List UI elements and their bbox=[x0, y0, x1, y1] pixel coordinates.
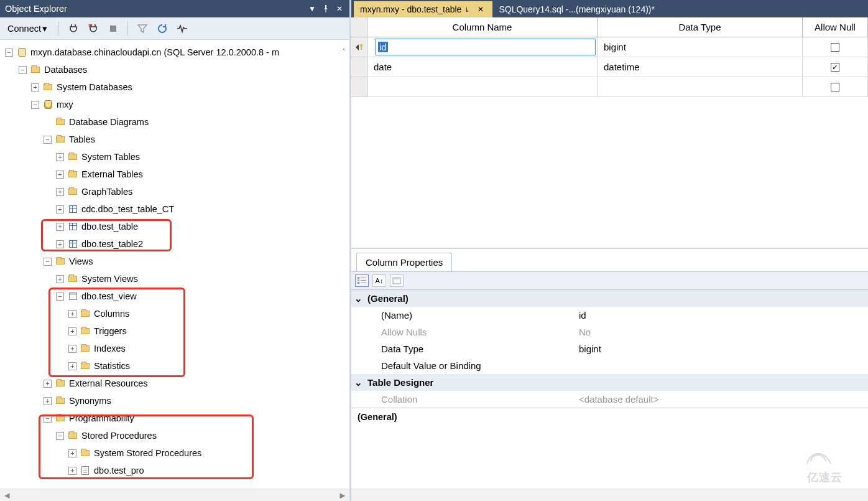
grid-row-empty[interactable] bbox=[351, 77, 868, 97]
grid-header-colname[interactable]: Column Name bbox=[367, 17, 598, 37]
collapse-icon[interactable]: − bbox=[44, 414, 52, 423]
collapse-icon[interactable]: − bbox=[5, 49, 13, 57]
expand-icon[interactable]: + bbox=[56, 275, 64, 283]
scroll-right-icon[interactable]: ► bbox=[338, 490, 347, 500]
collapse-icon[interactable]: − bbox=[56, 293, 64, 301]
close-icon[interactable]: ✕ bbox=[478, 5, 486, 14]
activity-icon[interactable] bbox=[177, 23, 188, 34]
checkbox-unchecked[interactable] bbox=[831, 83, 839, 91]
tree-row[interactable]: + cdc.dbo_test_table_CT bbox=[0, 200, 349, 218]
prop-row[interactable]: Allow NullsNo bbox=[351, 324, 868, 340]
expand-icon[interactable]: + bbox=[68, 449, 76, 457]
expand-icon[interactable]: + bbox=[44, 397, 52, 405]
filter-icon[interactable] bbox=[137, 23, 148, 34]
checkbox-unchecked[interactable] bbox=[831, 43, 839, 52]
tree-row[interactable]: + Columns bbox=[0, 305, 349, 322]
horizontal-scrollbar[interactable]: ◄ ► bbox=[0, 489, 349, 501]
tree-row[interactable]: + System Views bbox=[0, 270, 349, 288]
tree-row[interactable]: + dbo.test_table2 bbox=[0, 235, 349, 253]
prop-row[interactable]: Collation<database default> bbox=[351, 391, 868, 408]
grid-header-datatype[interactable]: Data Type bbox=[598, 17, 803, 37]
expand-icon[interactable]: + bbox=[44, 380, 52, 388]
tree-row[interactable]: − Views bbox=[0, 253, 349, 270]
tree-row[interactable]: − mxy bbox=[0, 96, 349, 113]
grid-row[interactable]: date datetime ✓ bbox=[351, 57, 868, 77]
tree-row[interactable]: + Triggers bbox=[0, 322, 349, 340]
collapse-icon[interactable]: − bbox=[19, 66, 27, 74]
tree-row[interactable]: − Stored Procedures bbox=[0, 427, 349, 444]
expand-icon[interactable]: + bbox=[56, 188, 64, 196]
cell-column-name[interactable]: id bbox=[367, 37, 598, 57]
tree-row[interactable]: + System Tables bbox=[0, 148, 349, 166]
collapse-icon[interactable]: − bbox=[31, 101, 39, 109]
row-indicator[interactable] bbox=[351, 77, 367, 96]
expand-icon[interactable]: + bbox=[68, 345, 76, 353]
expand-icon[interactable]: + bbox=[56, 223, 64, 231]
tree-row[interactable]: + System Databases bbox=[0, 78, 349, 96]
expand-icon[interactable]: + bbox=[56, 171, 64, 179]
prop-row[interactable]: Default Value or Binding bbox=[351, 357, 868, 374]
collapse-icon[interactable]: − bbox=[44, 258, 52, 266]
prop-row[interactable]: (Name)id bbox=[351, 307, 868, 324]
horizontal-scrollbar[interactable] bbox=[351, 489, 868, 501]
expand-icon[interactable]: + bbox=[56, 153, 64, 161]
prop-section[interactable]: ⌄ (General) bbox=[351, 290, 868, 307]
expand-icon[interactable]: + bbox=[68, 467, 76, 475]
chevron-down-icon[interactable]: ⌄ bbox=[351, 293, 365, 304]
collapse-icon[interactable]: − bbox=[56, 432, 64, 440]
tab-inactive[interactable]: SQLQuery14.sql -...(mengxiyuan (124))* bbox=[492, 1, 661, 17]
tree-row[interactable]: − Databases bbox=[0, 61, 349, 78]
column-properties-tab[interactable]: Column Properties bbox=[356, 253, 452, 271]
cell-allow-null[interactable] bbox=[803, 37, 868, 57]
chevron-up-icon[interactable]: ˄ bbox=[338, 48, 346, 57]
cell-data-type[interactable]: bigint bbox=[598, 37, 803, 57]
prop-section[interactable]: ⌄ Table Designer bbox=[351, 374, 868, 391]
tree-row[interactable]: + dbo.test_table bbox=[0, 218, 349, 235]
tree-row[interactable]: + dbo.test_pro bbox=[0, 462, 349, 479]
collapse-icon[interactable]: − bbox=[44, 136, 52, 144]
tree-row[interactable]: − Tables bbox=[0, 131, 349, 148]
checkbox-checked[interactable]: ✓ bbox=[831, 63, 839, 72]
tree-row[interactable]: + External Resources bbox=[0, 375, 349, 392]
tree-row[interactable]: − mxyn.database.chinacloudapi.cn (SQL Se… bbox=[0, 44, 349, 61]
disconnect-icon[interactable] bbox=[88, 23, 99, 34]
tree-row[interactable]: Database Diagrams bbox=[0, 113, 349, 131]
expand-icon[interactable]: + bbox=[56, 240, 64, 248]
cell-column-name[interactable] bbox=[367, 77, 598, 96]
tree-row[interactable]: + Synonyms bbox=[0, 392, 349, 410]
connect-icon[interactable] bbox=[68, 23, 79, 34]
refresh-icon[interactable] bbox=[157, 23, 168, 34]
expand-icon[interactable]: + bbox=[31, 83, 39, 91]
chevron-down-icon[interactable]: ⌄ bbox=[351, 377, 365, 388]
tree-row[interactable]: + GraphTables bbox=[0, 183, 349, 200]
row-indicator[interactable] bbox=[351, 37, 367, 57]
tree-view[interactable]: − mxyn.database.chinacloudapi.cn (SQL Se… bbox=[0, 40, 349, 489]
prop-row[interactable]: Data Typebigint bbox=[351, 340, 868, 357]
cell-column-name[interactable]: date bbox=[367, 57, 598, 77]
expand-icon[interactable]: + bbox=[68, 327, 76, 335]
tab-active[interactable]: mxyn.mxy - dbo.test_table ⫰ ✕ bbox=[354, 1, 492, 17]
tree-row[interactable]: + Indexes bbox=[0, 340, 349, 357]
scroll-left-icon[interactable]: ◄ bbox=[2, 490, 11, 500]
cell-allow-null[interactable]: ✓ bbox=[803, 57, 868, 77]
tree-row[interactable]: + Statistics bbox=[0, 357, 349, 375]
stop-icon[interactable] bbox=[108, 23, 119, 34]
cell-allow-null[interactable] bbox=[803, 77, 868, 96]
cell-data-type[interactable] bbox=[598, 77, 803, 96]
tree-row[interactable]: − Programmability bbox=[0, 410, 349, 427]
expand-icon[interactable]: + bbox=[56, 205, 64, 213]
pin-icon[interactable] bbox=[321, 4, 331, 14]
tree-row[interactable]: − dbo.test_view bbox=[0, 288, 349, 305]
pin-icon[interactable]: ⫰ bbox=[465, 5, 474, 14]
close-icon[interactable]: ✕ bbox=[335, 4, 344, 14]
property-grid[interactable]: ⌄ (General) (Name)id Allow NullsNo Data … bbox=[351, 289, 868, 408]
expand-icon[interactable]: + bbox=[68, 310, 76, 318]
expand-icon[interactable]: + bbox=[68, 362, 76, 370]
categorized-icon[interactable] bbox=[355, 274, 369, 287]
cell-data-type[interactable]: datetime bbox=[598, 57, 803, 77]
tree-row[interactable]: + External Tables bbox=[0, 166, 349, 183]
grid-row[interactable]: id bigint bbox=[351, 37, 868, 57]
alphabetical-icon[interactable]: A↓ bbox=[372, 274, 386, 287]
dropdown-icon[interactable]: ▼ bbox=[307, 4, 317, 14]
tree-row[interactable]: + System Stored Procedures bbox=[0, 444, 349, 462]
